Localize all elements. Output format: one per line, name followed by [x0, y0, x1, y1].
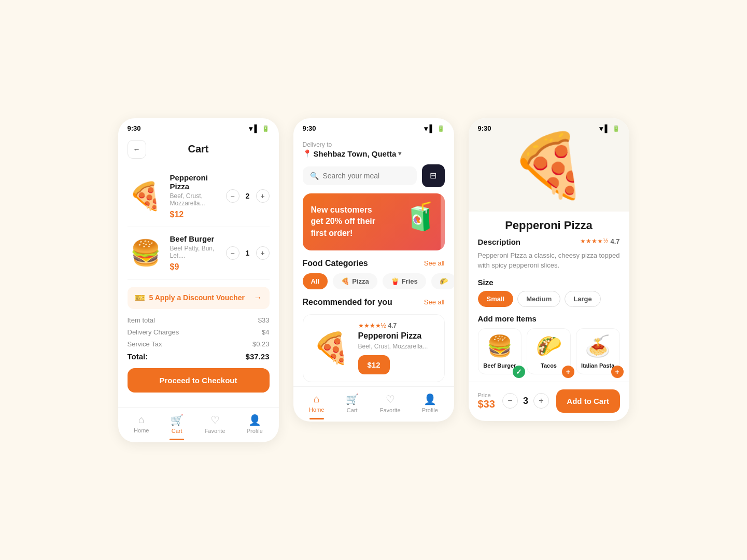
wifi-icon: ▾: [249, 124, 252, 133]
size-large[interactable]: Large: [565, 291, 600, 307]
pizza-qty-minus[interactable]: −: [226, 189, 239, 203]
burger-qty-minus[interactable]: −: [226, 246, 239, 260]
burger-qty-plus[interactable]: +: [256, 246, 270, 260]
nav-home-label-1: Home: [134, 427, 149, 433]
delivery-location[interactable]: 📍 Shehbaz Town, Quetta ▾: [303, 149, 445, 158]
recommended-see-all[interactable]: See all: [424, 298, 445, 306]
burger-qty-num: 1: [244, 249, 252, 257]
categories-see-all[interactable]: See all: [424, 259, 445, 267]
featured-item-image: 🍕: [311, 327, 352, 369]
pizza-emoji: 🍕: [129, 183, 162, 209]
pizza-info: Pepperoni Pizza Beef, Crust, Mozzarella.…: [170, 173, 220, 219]
detail-stars-icon: ★★★★½: [580, 237, 608, 245]
nav-favorite-2[interactable]: ♡ Favorite: [380, 393, 401, 413]
pizza-image: 🍕: [128, 178, 164, 214]
checkout-button[interactable]: Proceed to Checkout: [128, 368, 270, 393]
size-medium[interactable]: Medium: [517, 291, 560, 307]
cart-icon-1: 🛒: [171, 414, 184, 426]
featured-item-info: ★★★★½ 4.7 Pepperoni Pizza Beef, Crust, M…: [358, 322, 437, 374]
description-text: Pepperoni Pizza a classic, cheesy pizza …: [478, 250, 620, 271]
cart-item-burger: 🍔 Beef Burger Beef Patty, Bun, Let.... $…: [128, 227, 270, 279]
home-bottom-nav: ⌂ Home 🛒 Cart ♡ Favorite 👤 Profile: [293, 386, 454, 422]
add-taco-name: Tacos: [541, 362, 557, 369]
burger-qty-control: − 1 +: [226, 246, 270, 260]
add-more-items-row: 🍔 Beef Burger ✓ 🌮 Tacos + 🍝 Italian Past…: [478, 328, 620, 374]
pizza-desc: Beef, Crust, Mozzarella...: [170, 192, 220, 207]
wifi-icon-2: ▾: [424, 124, 428, 133]
taco-cat-icon: 🌮: [440, 277, 448, 285]
nav-home-1[interactable]: ⌂ Home: [134, 414, 149, 434]
nav-cart-2[interactable]: 🛒 Cart: [346, 393, 359, 413]
burger-emoji: 🍔: [130, 241, 161, 265]
filter-button[interactable]: ⊟: [422, 164, 445, 187]
search-input-wrap: 🔍: [303, 166, 417, 185]
tax-value: $0.23: [252, 340, 270, 348]
nav-home-2[interactable]: ⌂ Home: [309, 393, 324, 413]
size-section: Size Small Medium Large: [478, 278, 620, 307]
signal-icon: ▌: [255, 124, 260, 133]
favorite-icon-2: ♡: [386, 393, 395, 405]
promo-banner: New customers get 20% off their first or…: [303, 193, 445, 250]
add-pasta-emoji: 🍝: [581, 334, 615, 358]
filter-icon: ⊟: [430, 171, 436, 180]
signal-icon-2: ▌: [430, 124, 435, 133]
add-to-cart-button[interactable]: Add to Cart: [556, 389, 620, 413]
voucher-icon: 🎫: [135, 293, 145, 303]
cart-icon-2: 🛒: [346, 393, 359, 405]
detail-qty-minus[interactable]: −: [502, 393, 518, 409]
featured-item-name: Pepperoni Pizza: [358, 331, 437, 341]
search-icon: 🔍: [310, 172, 319, 180]
back-button-1[interactable]: ←: [128, 140, 146, 159]
pizza-price: $12: [170, 210, 220, 219]
detail-content: Pepperoni Pizza Description ★★★★½ 4.7 Pe…: [469, 212, 629, 374]
nav-profile-1[interactable]: 👤 Profile: [247, 414, 263, 434]
category-fries[interactable]: 🍟Fries: [383, 273, 426, 289]
pizza-cat-icon: 🍕: [341, 277, 349, 285]
voucher-left: 🎫 5 Apply a Discount Voucher: [135, 293, 245, 303]
nav-cart-1[interactable]: 🛒 Cart: [171, 414, 184, 434]
featured-food-card[interactable]: 🍕 ★★★★½ 4.7 Pepperoni Pizza Beef, Crust,…: [303, 314, 445, 382]
nav-active-indicator-2: [309, 418, 324, 419]
detail-qty-plus[interactable]: +: [533, 393, 549, 409]
pasta-plus-badge: +: [611, 366, 624, 378]
profile-icon-2: 👤: [424, 393, 436, 405]
description-row: Description ★★★★½ 4.7: [478, 237, 620, 246]
category-all[interactable]: All: [303, 273, 328, 289]
detail-screen: 9:30 ▾ ▌ 🔋 ← 🍕 Pepperoni Pizza Descripti…: [469, 118, 629, 421]
pizza-qty-control: − 2 +: [226, 189, 270, 203]
stars-icon: ★★★★½: [358, 322, 386, 329]
home-icon-1: ⌂: [138, 414, 145, 426]
detail-price-section: Price $33: [478, 392, 495, 410]
delivery-header: Delivery to 📍 Shehbaz Town, Quetta ▾: [293, 136, 454, 158]
featured-price-button[interactable]: $12: [358, 355, 390, 374]
featured-rating: ★★★★½ 4.7: [358, 322, 437, 329]
voucher-row[interactable]: 🎫 5 Apply a Discount Voucher →: [128, 287, 270, 309]
category-taco[interactable]: 🌮: [431, 273, 454, 289]
detail-price-value: $33: [478, 398, 495, 410]
size-small[interactable]: Small: [478, 291, 514, 307]
search-input[interactable]: [323, 172, 410, 180]
nav-profile-2[interactable]: 👤 Profile: [422, 393, 438, 413]
add-item-taco[interactable]: 🌮 Tacos +: [527, 328, 571, 374]
cart-header: ← Cart: [118, 136, 279, 166]
add-more-label: Add more Items: [478, 314, 620, 323]
status-icons-1: ▾ ▌ 🔋: [249, 124, 270, 133]
item-total-row: Item total $33: [128, 316, 270, 324]
tax-label: Service Tax: [128, 340, 162, 348]
add-more-section: Add more Items 🍔 Beef Burger ✓ 🌮 Tacos +…: [478, 314, 620, 374]
add-item-pasta[interactable]: 🍝 Italian Pasta +: [576, 328, 620, 374]
nav-profile-label-2: Profile: [422, 407, 438, 413]
recommended-title: Recommended for you: [303, 298, 392, 307]
time-2: 9:30: [303, 124, 316, 132]
nav-favorite-1[interactable]: ♡ Favorite: [205, 414, 225, 434]
status-icons-2: ▾ ▌ 🔋: [424, 124, 445, 133]
promo-text: New customers get 20% off their first or…: [311, 204, 384, 239]
chevron-down-icon: ▾: [398, 150, 401, 157]
featured-item-desc: Beef, Crust, Mozzarella...: [358, 343, 437, 350]
add-to-cart-bar: Price $33 − 3 + Add to Cart: [469, 382, 629, 421]
add-burger-name: Beef Burger: [483, 362, 516, 369]
nav-cart-label-1: Cart: [172, 428, 182, 434]
pizza-qty-plus[interactable]: +: [256, 189, 270, 203]
category-pizza[interactable]: 🍕Pizza: [333, 273, 377, 289]
add-item-burger[interactable]: 🍔 Beef Burger ✓: [478, 328, 522, 374]
